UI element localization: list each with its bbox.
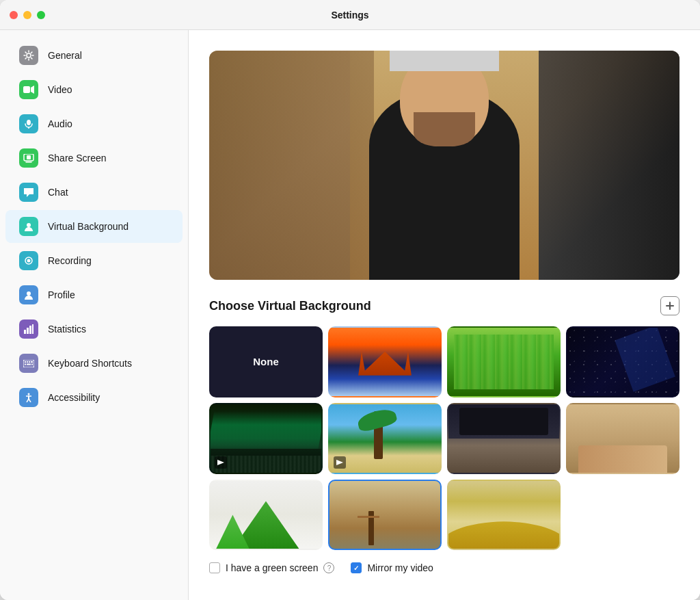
bg-option-space[interactable] (566, 326, 679, 397)
svg-rect-6 (27, 155, 31, 159)
sidebar-item-chat[interactable]: Chat (5, 176, 183, 209)
svg-rect-18 (27, 361, 28, 363)
bg-option-desert[interactable] (447, 480, 561, 551)
keyboard-shortcuts-icon (19, 354, 38, 373)
chat-icon (19, 183, 38, 202)
svg-marker-32 (336, 460, 343, 465)
video-icon (19, 80, 38, 99)
aurora-video-icon (215, 456, 227, 469)
recording-icon (19, 251, 38, 270)
bg-option-studio[interactable] (328, 480, 442, 551)
svg-point-11 (27, 291, 31, 296)
svg-rect-21 (25, 363, 26, 365)
svg-rect-1 (23, 86, 30, 93)
profile-icon (19, 285, 38, 304)
sidebar-label-video: Video (48, 84, 72, 95)
sidebar-label-share-screen: Share Screen (48, 153, 107, 164)
bg-option-living-room[interactable] (566, 403, 679, 474)
settings-window: Settings General (0, 0, 700, 600)
sidebar-item-keyboard-shortcuts[interactable]: Keyboard Shortcuts (5, 347, 183, 380)
add-background-button[interactable] (660, 296, 679, 315)
svg-rect-20 (31, 361, 33, 363)
background-grid: None (209, 326, 679, 550)
mirror-video-checkbox[interactable] (351, 562, 362, 573)
sidebar-label-chat: Chat (48, 187, 68, 198)
green-screen-checkbox[interactable] (209, 562, 220, 573)
bg-none-label: None (253, 356, 279, 367)
svg-rect-12 (24, 330, 26, 334)
sidebar-item-accessibility[interactable]: Accessibility (5, 381, 183, 414)
svg-marker-2 (31, 86, 34, 94)
general-icon (19, 46, 38, 65)
svg-point-24 (28, 393, 30, 395)
main-content: General Video (0, 30, 700, 600)
video-preview (209, 51, 679, 280)
sidebar-label-profile: Profile (48, 289, 75, 300)
share-screen-icon (19, 148, 38, 168)
statistics-icon (19, 319, 38, 339)
virtual-background-icon (19, 217, 38, 236)
bg-option-office[interactable] (447, 403, 561, 474)
green-screen-label: I have a green screen (226, 562, 318, 573)
svg-point-10 (27, 259, 31, 263)
bg-option-none[interactable]: None (209, 326, 323, 397)
svg-rect-14 (29, 326, 31, 334)
svg-rect-22 (27, 363, 31, 365)
sidebar-label-statistics: Statistics (48, 324, 86, 335)
mirror-video-label: Mirror my video (367, 562, 433, 573)
minimize-button[interactable] (23, 11, 31, 19)
bg-option-aurora[interactable] (209, 403, 323, 474)
choose-bg-header: Choose Virtual Background (209, 296, 679, 315)
sidebar-item-audio[interactable]: Audio (5, 107, 183, 140)
bg-option-plants[interactable] (209, 480, 323, 551)
traffic-lights (10, 11, 45, 19)
beach-video-icon (334, 456, 346, 469)
svg-rect-13 (27, 328, 29, 334)
content-area: Choose Virtual Background None (189, 30, 700, 600)
sidebar-item-recording[interactable]: Recording (5, 244, 183, 277)
sidebar-label-audio: Audio (48, 118, 72, 129)
mirror-video-checkbox-item[interactable]: Mirror my video (351, 562, 433, 573)
sidebar-label-recording: Recording (48, 255, 92, 266)
bg-option-beach[interactable] (328, 403, 442, 474)
svg-point-0 (27, 53, 31, 57)
svg-rect-19 (29, 361, 30, 363)
bg-option-golden-gate[interactable] (328, 326, 442, 397)
sidebar-item-statistics[interactable]: Statistics (5, 313, 183, 345)
sidebar-item-profile[interactable]: Profile (5, 278, 183, 311)
green-screen-checkbox-item[interactable]: I have a green screen ? (209, 562, 334, 573)
svg-point-8 (27, 223, 31, 227)
sidebar-item-video[interactable]: Video (5, 73, 183, 106)
sidebar-label-general: General (48, 50, 82, 61)
sidebar-label-virtual-background: Virtual Background (48, 221, 129, 232)
titlebar: Settings (0, 0, 700, 30)
maximize-button[interactable] (37, 11, 45, 19)
svg-line-28 (29, 399, 31, 402)
svg-rect-17 (25, 361, 26, 363)
svg-marker-31 (217, 460, 224, 465)
svg-rect-15 (32, 324, 33, 334)
bg-option-grass[interactable] (447, 326, 561, 397)
checkboxes-row: I have a green screen ? Mirror my video (209, 562, 679, 573)
sidebar-item-share-screen[interactable]: Share Screen (5, 142, 183, 174)
window-title: Settings (331, 10, 368, 21)
sidebar-label-accessibility: Accessibility (48, 392, 100, 403)
svg-line-27 (27, 399, 29, 402)
sidebar-label-keyboard-shortcuts: Keyboard Shortcuts (48, 358, 132, 369)
close-button[interactable] (10, 11, 18, 19)
svg-rect-23 (31, 363, 33, 365)
sidebar-item-virtual-background[interactable]: Virtual Background (5, 210, 183, 243)
svg-point-3 (27, 120, 31, 125)
audio-icon (19, 114, 38, 133)
choose-bg-title: Choose Virtual Background (209, 299, 371, 313)
sidebar-item-general[interactable]: General (5, 39, 183, 72)
accessibility-icon (19, 388, 38, 407)
green-screen-help-icon[interactable]: ? (323, 562, 334, 573)
sidebar: General Video (0, 30, 189, 600)
